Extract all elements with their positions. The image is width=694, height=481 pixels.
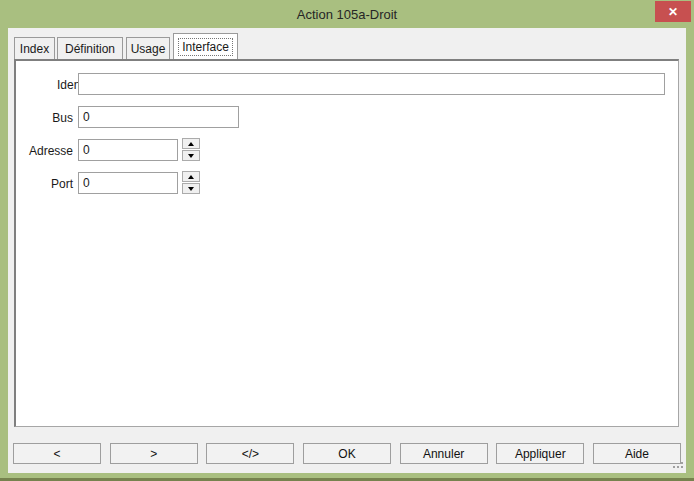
- adresse-spin-down-button[interactable]: [182, 150, 200, 161]
- adresse-label: Adresse: [8, 144, 73, 158]
- bus-input[interactable]: [78, 106, 239, 128]
- ok-button-label: OK: [338, 447, 355, 461]
- down-triangle-icon: [188, 154, 194, 158]
- dialog-client-area: Index Définition Usage Interface Ident B…: [8, 28, 686, 473]
- tab-label: Usage: [131, 42, 166, 56]
- code-button-label: </>: [242, 447, 259, 461]
- up-triangle-icon: [188, 175, 194, 179]
- code-button[interactable]: </>: [206, 443, 294, 464]
- ident-input[interactable]: [78, 73, 665, 95]
- resize-grip-icon[interactable]: [681, 466, 683, 468]
- close-icon: ✕: [668, 5, 678, 19]
- port-spinner: [182, 171, 200, 194]
- help-button-label: Aide: [625, 447, 649, 461]
- tab-label: Définition: [65, 42, 115, 56]
- prev-button-label: <: [53, 447, 60, 461]
- port-label: Port: [8, 177, 73, 191]
- apply-button-label: Appliquer: [515, 447, 566, 461]
- tab-definition[interactable]: Définition: [57, 37, 123, 59]
- cancel-button[interactable]: Annuler: [400, 443, 488, 464]
- tab-label: Interface: [179, 39, 232, 55]
- footer-button-row: < > </> OK Annuler Appliquer Aide: [13, 443, 681, 464]
- titlebar[interactable]: Action 105a-Droit ✕: [0, 0, 694, 28]
- cancel-button-label: Annuler: [423, 447, 464, 461]
- help-button[interactable]: Aide: [593, 443, 681, 464]
- prev-button[interactable]: <: [13, 443, 101, 464]
- dialog-window: Action 105a-Droit ✕ Index Définition Usa…: [0, 0, 694, 481]
- adresse-input[interactable]: [78, 139, 178, 161]
- window-title: Action 105a-Droit: [297, 7, 397, 22]
- ok-button[interactable]: OK: [303, 443, 391, 464]
- next-button[interactable]: >: [110, 443, 198, 464]
- port-spin-down-button[interactable]: [182, 183, 200, 194]
- up-triangle-icon: [188, 142, 194, 146]
- tab-label: Index: [20, 42, 49, 56]
- close-button[interactable]: ✕: [655, 1, 691, 22]
- tab-interface[interactable]: Interface: [173, 33, 238, 59]
- next-button-label: >: [150, 447, 157, 461]
- down-triangle-icon: [188, 187, 194, 191]
- adresse-spin-up-button[interactable]: [182, 138, 200, 149]
- adresse-spinner: [182, 138, 200, 161]
- tab-index[interactable]: Index: [14, 37, 55, 59]
- port-input[interactable]: [78, 172, 178, 194]
- port-spin-up-button[interactable]: [182, 171, 200, 182]
- bus-label: Bus: [8, 111, 73, 125]
- tab-usage[interactable]: Usage: [126, 37, 170, 59]
- apply-button[interactable]: Appliquer: [496, 443, 584, 464]
